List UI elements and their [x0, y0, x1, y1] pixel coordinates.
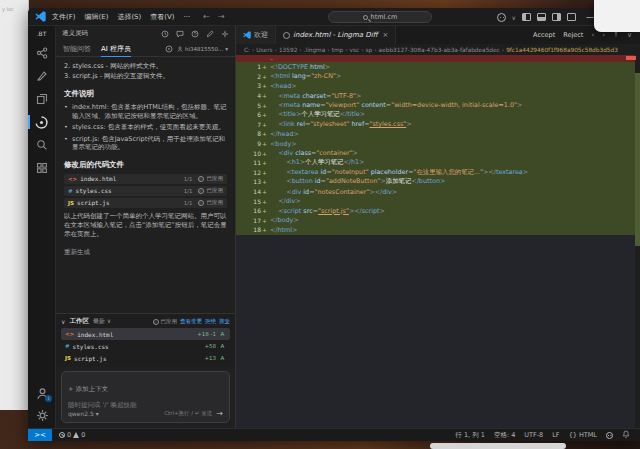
applied-file-row[interactable]: <> index.html 1/1 ✓ 已应用	[64, 174, 227, 184]
menu-item[interactable]: 选择(S)	[117, 12, 141, 22]
code-line[interactable]: 13+ <button id="addNoteButton">添加笔记</but…	[236, 177, 640, 187]
code-line[interactable]: 10+ <div class="container">	[236, 148, 640, 158]
file-name: index.html	[80, 175, 180, 182]
code-line[interactable]: 2+ <html lang="zh-CN">	[236, 72, 640, 82]
applied-file-row[interactable]: JS script.js 1/1 ✓ 已应用	[64, 198, 227, 208]
workspace-action-link[interactable]: 接受	[219, 318, 230, 325]
breadcrumb-item[interactable]: vsc	[343, 47, 359, 53]
accept-button[interactable]: Accept	[533, 31, 555, 39]
file-name: index.html	[77, 331, 194, 338]
feedback-smiley-icon[interactable]	[606, 432, 613, 439]
bell-icon[interactable]	[622, 430, 630, 440]
lingma-icon[interactable]	[35, 115, 49, 129]
tab-chat[interactable]: 智能问答	[63, 41, 91, 57]
workspace-file-row[interactable]: # styles.css +58 A	[61, 340, 230, 352]
language-mode[interactable]: {} HTML	[569, 431, 597, 439]
code-line[interactable]: 3+ <head>	[236, 81, 640, 91]
breadcrumb-item[interactable]: 9fc1a4429460f1f968a905c58db3d5d3	[500, 47, 618, 53]
code-line[interactable]: 1+ <!DOCTYPE html>	[236, 62, 640, 72]
tab-welcome[interactable]: 欢迎	[236, 26, 276, 44]
pen-tool-icon[interactable]	[35, 69, 49, 83]
eol[interactable]: LF	[552, 431, 559, 439]
workspace-file-row[interactable]: JS script.js +13 A	[61, 352, 230, 364]
workspace-file-row[interactable]: <> index.html +18 -1 A	[61, 328, 230, 340]
menu-item[interactable]: 文件(F)	[52, 12, 76, 22]
account-icon[interactable]: 1	[35, 386, 49, 400]
chat-input-box[interactable]: + 添加上下文 随时提问或 '/' 唤起技能 qwen2.5 ▾ Ctrl+换行…	[61, 371, 230, 423]
cursor-position[interactable]: 行 1, 列 1	[455, 431, 485, 440]
feedback-icon[interactable]	[176, 30, 184, 38]
code-line[interactable]: 6+ <title>个人学习笔记</title>	[236, 110, 640, 120]
reject-button[interactable]: Reject	[563, 31, 583, 39]
code-line[interactable]: 5+ <meta name="viewport" content="width=…	[236, 100, 640, 110]
extensions-icon[interactable]	[35, 161, 49, 175]
code-line[interactable]: 12+ <textarea id="noteInput" placeholder…	[236, 168, 640, 178]
code-line[interactable]: 14+ <div id="notesContainer"></div>	[236, 187, 640, 197]
code-line[interactable]: 7+ <link rel="stylesheet" href="styles.c…	[236, 120, 640, 130]
copilot-caret-icon[interactable]: ∨	[512, 14, 516, 21]
code-line[interactable]: 9+ <body>	[236, 139, 640, 149]
code-line[interactable]: 17+ </body>	[236, 216, 640, 226]
breadcrumb-item[interactable]: aebb3127-308a-47b3-ab3a-fafabdea5dec	[372, 47, 500, 53]
session-icon[interactable]	[165, 45, 173, 53]
new-chat-pen-icon[interactable]	[206, 30, 214, 38]
indentation[interactable]: 空格: 4	[494, 431, 515, 440]
back-arrow-icon[interactable]: ←	[203, 12, 210, 21]
history-icon[interactable]	[161, 30, 169, 38]
share-icon[interactable]	[35, 46, 49, 60]
code-line[interactable]: 16+ <script src="script.js"></script>	[236, 206, 640, 216]
code-line[interactable]: 4+ <meta charset="UTF-8">	[236, 91, 640, 101]
workspace-action-link[interactable]: 查看变更	[180, 318, 202, 325]
workspace-filter-dropdown[interactable]: 最新 ∨	[93, 317, 111, 326]
search-icon[interactable]	[35, 138, 49, 152]
breadcrumb-item[interactable]: 13592	[273, 47, 298, 53]
settings-gear-icon[interactable]	[35, 408, 49, 422]
code-line[interactable]: 8+ </head>	[236, 129, 640, 139]
encoding[interactable]: UTF-8	[524, 431, 543, 439]
panel-settings-icon[interactable]	[221, 30, 229, 38]
code-line[interactable]: 11+ <h1>个人学习笔记</h1>	[236, 158, 640, 168]
menu-item[interactable]: ···	[184, 13, 191, 21]
breadcrumb[interactable]: C:Users13592.lingmatmpvscspaebb3127-308a…	[236, 44, 640, 55]
help-icon[interactable]	[191, 30, 199, 38]
command-search-input[interactable]: html.cm	[328, 11, 432, 23]
breadcrumb-item[interactable]: .lingma	[297, 47, 325, 53]
workspace-action-link[interactable]: 拒绝	[205, 318, 216, 325]
toggle-secondary-sidebar-icon[interactable]	[552, 13, 561, 21]
remote-indicator[interactable]: ><	[28, 429, 52, 442]
bt-extension-icon[interactable]: .BT	[28, 26, 55, 37]
collapse-caret-icon[interactable]: ∨	[61, 318, 65, 325]
diff-editor[interactable]: – 1+ <!DOCTYPE html> 2+ <html lang="zh-C…	[236, 55, 640, 428]
copilot-icon[interactable]	[497, 13, 506, 22]
forward-arrow-icon[interactable]: →	[218, 12, 225, 21]
applied-file-row[interactable]: # styles.css 1/1 ✓ 已应用	[64, 186, 227, 196]
close-icon[interactable]: ×	[383, 31, 389, 39]
up-arrow-icon[interactable]: ↑	[613, 31, 619, 39]
breadcrumb-item[interactable]: sp	[359, 47, 372, 53]
line-number: 1+	[236, 63, 270, 70]
prev-change-icon[interactable]: ‹	[591, 31, 594, 39]
copy-files-icon[interactable]	[35, 92, 49, 106]
breadcrumb-item[interactable]: tmp	[325, 47, 343, 53]
toggle-sidebar-icon[interactable]	[522, 13, 531, 21]
customize-layout-icon[interactable]	[567, 13, 576, 21]
removed-overview-marker	[626, 56, 636, 60]
menu-item[interactable]: 查看(V)	[150, 12, 174, 22]
code-line[interactable]: 15+ </div>	[236, 196, 640, 206]
breadcrumb-item[interactable]: Users	[250, 47, 273, 53]
file-progress: 1/1	[184, 188, 193, 194]
tab-ai-programmer[interactable]: AI 程序员	[101, 41, 131, 57]
problems-indicator[interactable]: 0 0	[59, 431, 85, 439]
next-change-icon[interactable]: ›	[602, 31, 605, 39]
toggle-panel-icon[interactable]	[537, 13, 546, 21]
regenerate-button[interactable]: 重新生成	[64, 248, 90, 257]
add-context-button[interactable]: + 添加上下文	[68, 385, 108, 393]
model-selector[interactable]: qwen2.5 ▾	[68, 410, 99, 417]
collapse-icon[interactable]: ∨	[627, 31, 632, 39]
code-line[interactable]: 18+ </html>	[236, 225, 640, 235]
menu-item[interactable]: 编辑(E)	[85, 12, 109, 22]
account-menu[interactable]: hi34815550... ▾	[177, 46, 228, 52]
minimize-button[interactable]: —	[586, 13, 594, 22]
send-button[interactable]: →	[216, 409, 223, 418]
tab-lingma-diff[interactable]: index.html - Lingma Diff ×	[276, 26, 396, 44]
